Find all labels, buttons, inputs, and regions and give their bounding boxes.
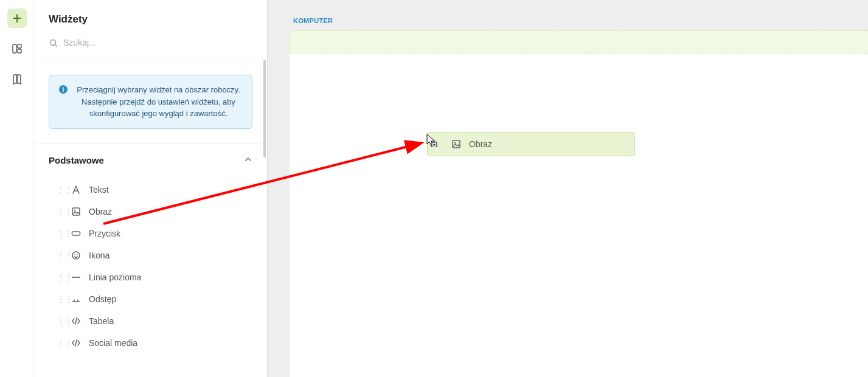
button-icon bbox=[71, 229, 82, 238]
widget-item-linia-pozioma[interactable]: ⋮⋮ Linia pozioma bbox=[49, 266, 252, 288]
widget-item-ikona[interactable]: ⋮⋮ Ikona bbox=[49, 244, 252, 266]
drag-handle-icon: ⋮⋮ bbox=[57, 185, 63, 194]
help-box: i Przeciągnij wybrany widżet na obszar r… bbox=[49, 75, 252, 129]
drag-handle-icon: ⋮⋮ bbox=[57, 251, 63, 260]
hr-icon bbox=[71, 272, 82, 282]
widget-label: Linia pozioma bbox=[89, 272, 141, 282]
dropzone[interactable] bbox=[290, 30, 868, 54]
widget-item-odstep[interactable]: ⋮⋮ Odstęp bbox=[49, 288, 252, 310]
scrollbar[interactable] bbox=[262, 60, 267, 377]
nav-layout-button[interactable] bbox=[7, 39, 27, 58]
info-icon: i bbox=[59, 85, 68, 94]
code-icon bbox=[71, 338, 82, 348]
drag-handle-icon: ⋮⋮ bbox=[57, 229, 63, 238]
plus-icon bbox=[12, 13, 23, 24]
widget-label: Tabela bbox=[89, 316, 114, 326]
canvas-workspace[interactable] bbox=[290, 54, 868, 377]
search-icon bbox=[49, 38, 57, 47]
drag-handle-icon: ⋮⋮ bbox=[57, 339, 63, 347]
widget-label: Obraz bbox=[89, 207, 112, 216]
widget-list: ⋮⋮ Tekst ⋮⋮ Obraz ⋮⋮ Przycisk bbox=[49, 173, 252, 354]
widget-item-przycisk[interactable]: ⋮⋮ Przycisk bbox=[49, 223, 252, 244]
book-icon bbox=[12, 74, 23, 85]
search-row bbox=[34, 34, 267, 60]
widget-label: Social media bbox=[89, 338, 137, 348]
drag-handle-icon: ⋮⋮ bbox=[57, 207, 63, 216]
drag-handle-icon: ⋮⋮ bbox=[57, 317, 63, 325]
widget-item-tekst[interactable]: ⋮⋮ Tekst bbox=[49, 179, 252, 201]
device-tab-komputer[interactable]: KOMPUTER bbox=[293, 17, 333, 24]
drag-ghost: Obraz bbox=[427, 132, 635, 156]
canvas-area[interactable]: KOMPUTER bbox=[268, 0, 868, 377]
code-icon bbox=[71, 316, 82, 326]
chevron-up-icon bbox=[244, 155, 252, 165]
nav-book-button[interactable] bbox=[7, 69, 27, 89]
widget-item-tabela[interactable]: ⋮⋮ Tabela bbox=[49, 310, 252, 332]
nav-rail bbox=[0, 0, 34, 377]
smiley-icon bbox=[71, 251, 82, 260]
group-header-podstawowe[interactable]: Podstawowe bbox=[49, 144, 252, 173]
layout-icon bbox=[12, 43, 23, 54]
nav-add-button[interactable] bbox=[7, 9, 27, 28]
widgets-sidebar: Widżety i Przeciągnij wybrany widżet na … bbox=[34, 0, 268, 377]
widget-label: Przycisk bbox=[89, 229, 120, 238]
image-icon bbox=[451, 139, 462, 149]
group-label: Podstawowe bbox=[49, 155, 104, 165]
image-icon bbox=[71, 207, 82, 216]
drag-handle-icon: ⋮⋮ bbox=[57, 273, 63, 282]
drag-ghost-label: Obraz bbox=[469, 139, 492, 149]
drag-handle-icon: ⋮⋮ bbox=[57, 295, 63, 303]
widget-label: Ikona bbox=[89, 251, 109, 260]
search-input[interactable] bbox=[63, 38, 252, 47]
widget-label: Odstęp bbox=[89, 294, 116, 304]
widget-label: Tekst bbox=[89, 185, 109, 195]
font-icon bbox=[71, 185, 82, 195]
widget-item-obraz[interactable]: ⋮⋮ Obraz bbox=[49, 201, 252, 223]
sidebar-title: Widżety bbox=[34, 0, 267, 34]
help-text: Przeciągnij wybrany widżet na obszar rob… bbox=[75, 84, 242, 120]
scrollbar-thumb[interactable] bbox=[263, 60, 266, 157]
widget-item-social-media[interactable]: ⋮⋮ Social media bbox=[49, 332, 252, 354]
spacer-icon bbox=[71, 294, 82, 304]
